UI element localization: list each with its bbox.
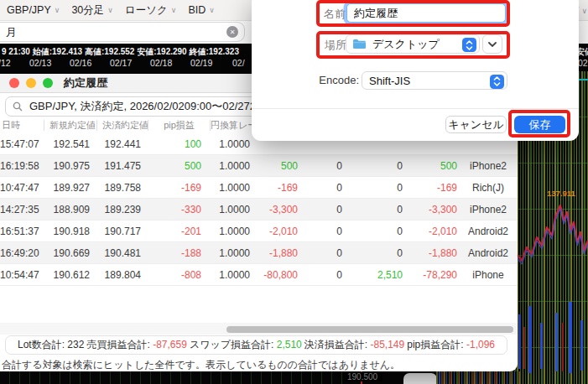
- table-row[interactable]: 16:19:58190.975191.4755001.000050000500i…: [0, 155, 518, 177]
- column-header[interactable]: 日時: [0, 120, 44, 131]
- table-cell: iPhone: [459, 269, 518, 281]
- zoom-window-icon[interactable]: [43, 78, 53, 88]
- annotation-box-save-button: [508, 110, 570, 138]
- toolbar-dropdown-label: 30分足: [71, 3, 104, 18]
- table-cell: 16:51:37: [0, 226, 44, 237]
- table-cell: 192.541: [44, 138, 96, 150]
- chart-price-label: 190.500: [342, 372, 382, 381]
- table-cell: 0: [352, 204, 404, 215]
- table-row[interactable]: 10:47:47189.927189.758-1691.0000-16900-1…: [0, 177, 518, 199]
- table-cell: 0: [302, 182, 352, 194]
- table-cell: -330: [148, 204, 210, 215]
- table-cell: -808: [148, 269, 210, 281]
- close-window-icon[interactable]: [9, 78, 19, 88]
- table-cell: -78,290: [404, 269, 459, 281]
- chart-bottom-strip: 190.500: [0, 371, 520, 384]
- table-cell: 0: [302, 204, 352, 215]
- volume-bar: [540, 323, 543, 369]
- column-header[interactable]: 新規約定値: [44, 120, 96, 131]
- table-cell: 14:27:35: [0, 204, 44, 215]
- table-cell: -80,800: [260, 269, 302, 281]
- summary-value: -85,149: [371, 339, 405, 350]
- table-cell: 192.441: [96, 138, 148, 150]
- table-cell: iPhone2: [459, 204, 518, 215]
- minimize-window-icon[interactable]: [26, 78, 36, 88]
- table-cell: 189.927: [44, 182, 96, 194]
- clear-filter-icon[interactable]: ✕: [226, 26, 238, 38]
- summary-label: 売買損益合計:: [86, 339, 153, 350]
- encode-dropdown[interactable]: Shift-JIS: [362, 71, 507, 90]
- chart-dense-bars: [436, 371, 520, 384]
- volume-bar: [528, 306, 532, 373]
- date-tick: 02/17: [110, 58, 132, 68]
- date-tick: 02/13: [29, 58, 51, 68]
- table-cell: 1.0000: [210, 247, 260, 259]
- toolbar-dropdown[interactable]: GBP/JPY∨: [7, 3, 60, 18]
- table-cell: 190.717: [96, 226, 148, 237]
- table-cell: 1.0000: [210, 204, 260, 215]
- toolbar-dropdown-label: ローソク: [125, 3, 168, 18]
- summary-item: 売買損益合計: -87,659: [86, 338, 186, 352]
- summary-value: -1,096: [466, 339, 495, 350]
- table-cell: 500: [260, 160, 302, 172]
- volume-bar: [580, 320, 583, 371]
- cancel-button[interactable]: キャンセル: [445, 116, 507, 133]
- chart-scrollbar-fragment[interactable]: [403, 373, 437, 384]
- table-row[interactable]: 10:54:47190.612189.804-8081.0000-80,8000…: [0, 264, 518, 286]
- table-cell: 15:47:07: [0, 138, 44, 150]
- chart-toolbar-dropdowns: GBP/JPY∨30分足∨ローソク∨BID∨: [7, 3, 215, 18]
- date-tick: 02/19: [190, 58, 212, 68]
- chart-filter-field[interactable]: ✕: [0, 22, 245, 42]
- annotation-box-name-field: [316, 0, 510, 27]
- toolbar-dropdown[interactable]: ローソク∨: [125, 3, 176, 18]
- volume-bar: [562, 323, 564, 371]
- ohlc-readout: 9 21:30 始値:192.413 高値:192.552 安値:192.290…: [2, 46, 239, 58]
- date-tick: 02/16: [70, 58, 91, 68]
- table-cell: 1.0000: [210, 160, 260, 172]
- table-cell: 0: [302, 269, 352, 281]
- table-cell: 0: [302, 160, 352, 172]
- table-cell: 0: [352, 226, 404, 237]
- column-header[interactable]: 決済約定値: [96, 120, 148, 131]
- table-body: 15:47:07192.541192.4411001.000016:19:581…: [0, 133, 518, 286]
- encode-field-label: Encode:: [277, 74, 359, 86]
- table-cell: -169: [404, 182, 459, 194]
- table-cell: 0: [352, 247, 404, 259]
- chart-filter-input[interactable]: [4, 24, 200, 41]
- summary-item: 決済損益合計: -85,149: [304, 338, 404, 352]
- toolbar-dropdown[interactable]: BID∨: [188, 3, 214, 18]
- table-row[interactable]: 16:51:37190.918190.717-2011.0000-2,01000…: [0, 221, 518, 242]
- date-tick: /12: [0, 58, 11, 68]
- summary-note: 合計する対象は検索にヒットした全件です。表示しているものの合計ではありません。: [2, 358, 400, 372]
- table-cell: 191.475: [96, 160, 148, 172]
- summary-label: スワップ損益合計:: [190, 339, 277, 350]
- column-header[interactable]: pip損益: [148, 120, 210, 131]
- table-cell: -169: [260, 182, 302, 194]
- table-cell: 189.758: [96, 182, 148, 194]
- table-row[interactable]: 16:49:20190.669190.481-1881.0000-1,88000…: [0, 242, 518, 264]
- table-cell: 1.0000: [210, 269, 260, 281]
- table-cell: 0: [302, 226, 352, 237]
- volume-bar: [518, 314, 521, 369]
- table-cell: 100: [148, 138, 210, 150]
- toolbar-dropdown-label: BID: [188, 4, 206, 16]
- date-axis-right-fragment: 02: [578, 58, 588, 68]
- toolbar-dropdown[interactable]: 30分足∨: [71, 3, 113, 18]
- summary-label: pip損益合計:: [407, 339, 466, 350]
- chart-price-label: 137.911: [547, 189, 575, 198]
- table-cell: 16:49:20: [0, 247, 44, 259]
- volume-bar: [555, 313, 558, 371]
- summary-bar: Lot数合計: 232売買損益合計: -87,659スワップ損益合計: 2,51…: [5, 335, 507, 355]
- table-cell: iPhone2: [459, 160, 518, 172]
- table-cell: 0: [352, 182, 404, 194]
- table-cell: -188: [148, 247, 210, 259]
- table-cell: -3,300: [404, 204, 459, 215]
- chevron-down-icon: ∨: [581, 7, 587, 15]
- table-cell: 16:19:58: [0, 160, 44, 172]
- horizontal-scrollbar-thumb[interactable]: [226, 326, 513, 333]
- table-row[interactable]: 14:27:35188.909189.239-3301.0000-3,30000…: [0, 199, 518, 221]
- table-cell: 2,510: [352, 269, 404, 281]
- chart-gridlines: [0, 371, 344, 384]
- traffic-lights: [9, 78, 53, 88]
- table-cell: 190.975: [44, 160, 96, 172]
